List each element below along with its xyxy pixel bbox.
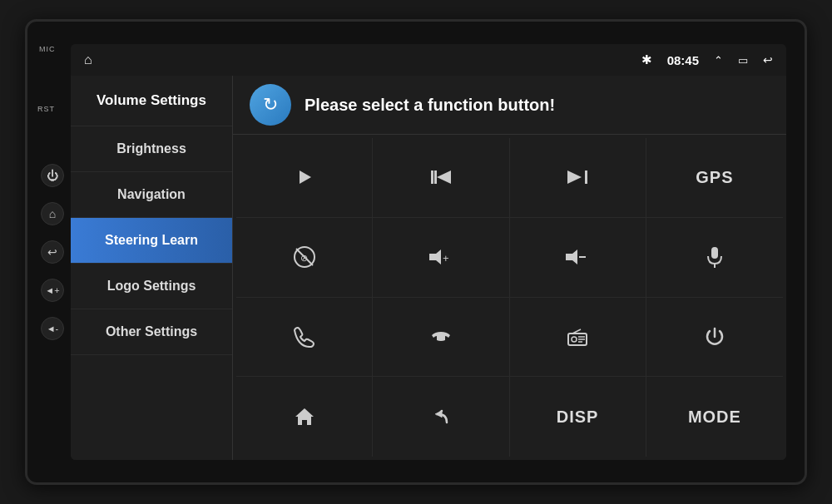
sidebar: Volume SettingsBrightnessNavigationSteer… (71, 76, 233, 460)
back-side-button[interactable]: ↩ (41, 240, 64, 264)
grid-button-play[interactable] (236, 138, 373, 218)
chevron-up-icon[interactable]: ⌃ (714, 54, 723, 67)
status-bar: ⌂ ✱ 08:45 ⌃ ▭ ↩ (71, 44, 786, 76)
grid-button-power[interactable] (646, 298, 783, 378)
power-button[interactable]: ⏻ (41, 164, 64, 187)
grid-button-gps[interactable]: GPS (646, 138, 783, 218)
grid-button-mode[interactable]: MODE (646, 377, 783, 457)
svg-text:⊘: ⊘ (300, 253, 308, 263)
grid-button-end-call[interactable] (373, 298, 509, 378)
svg-rect-13 (711, 247, 718, 259)
grid-button-back-btn[interactable] (373, 377, 509, 457)
svg-point-16 (572, 337, 577, 342)
grid-button-radio[interactable] (510, 298, 646, 378)
function-button-grid: GPS⊘+DISPMODE (233, 135, 786, 460)
mic-label: MIC (39, 45, 56, 53)
grid-button-prev[interactable] (373, 138, 509, 218)
svg-rect-4 (585, 170, 587, 184)
grid-button-phone[interactable] (236, 298, 373, 378)
home-icon[interactable]: ⌂ (84, 52, 92, 67)
window-icon[interactable]: ▭ (738, 54, 748, 67)
screen: ⌂ ✱ 08:45 ⌃ ▭ ↩ Volume SettingsBrightnes… (71, 44, 786, 460)
sidebar-item-logo[interactable]: Logo Settings (71, 264, 232, 309)
sidebar-item-navigation[interactable]: Navigation (71, 172, 232, 218)
sidebar-item-brightness[interactable]: Brightness (71, 126, 232, 172)
svg-marker-5 (567, 170, 582, 184)
vol-down-side-button[interactable]: ◄- (41, 317, 64, 340)
prompt-bar: ↻ Please select a function button! (233, 76, 786, 135)
grid-button-next[interactable] (510, 138, 646, 218)
grid-button-mute[interactable]: ⊘ (236, 218, 373, 298)
sidebar-item-other[interactable]: Other Settings (71, 309, 232, 355)
back-icon[interactable]: ↩ (763, 53, 773, 67)
main-area: Volume SettingsBrightnessNavigationSteer… (71, 76, 786, 460)
vol-up-side-button[interactable]: ◄+ (41, 279, 64, 302)
svg-marker-11 (566, 250, 577, 264)
svg-marker-2 (437, 170, 451, 184)
svg-marker-0 (300, 170, 311, 184)
rst-label: RST (37, 105, 55, 113)
refresh-button[interactable]: ↻ (250, 84, 291, 126)
grid-button-mic[interactable] (646, 218, 783, 298)
grid-button-vol-down[interactable] (510, 218, 646, 298)
home-side-button[interactable]: ⌂ (41, 202, 64, 225)
grid-button-vol-up[interactable]: + (373, 218, 509, 298)
grid-button-disp[interactable]: DISP (510, 377, 646, 457)
grid-button-home[interactable] (236, 377, 373, 457)
svg-rect-3 (434, 170, 437, 184)
svg-rect-1 (431, 170, 433, 184)
svg-marker-21 (295, 408, 314, 425)
refresh-icon: ↻ (263, 94, 278, 116)
right-panel: ↻ Please select a function button! GPS⊘+… (233, 76, 786, 460)
side-buttons: ⏻ ⌂ ↩ ◄+ ◄- (41, 164, 64, 340)
sidebar-item-steering[interactable]: Steering Learn (71, 218, 232, 264)
sidebar-item-volume[interactable]: Volume Settings (71, 76, 232, 126)
device-frame: MIC RST ⏻ ⌂ ↩ ◄+ ◄- ⌂ ✱ 08:45 ⌃ ▭ ↩ Volu… (25, 19, 807, 485)
bluetooth-icon: ✱ (641, 52, 652, 67)
svg-marker-9 (429, 250, 441, 264)
prompt-text: Please select a function button! (305, 96, 555, 115)
clock: 08:45 (667, 53, 699, 67)
svg-text:+: + (443, 252, 449, 264)
